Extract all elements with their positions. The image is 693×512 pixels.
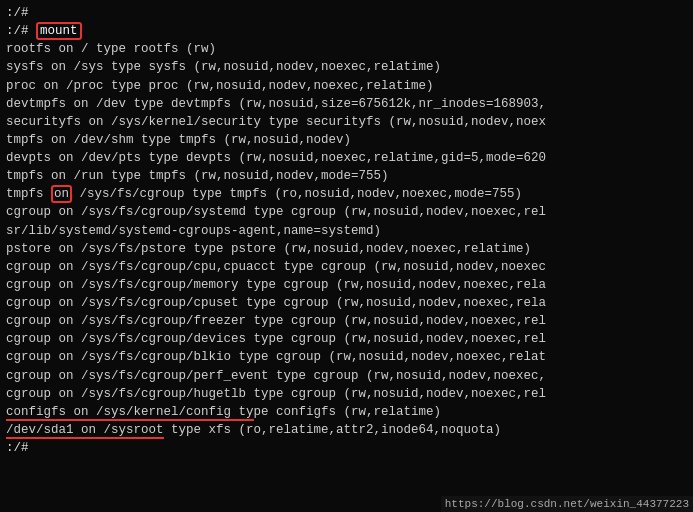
output-line-5: securityfs on /sys/kernel/security type … — [6, 113, 687, 131]
terminal-line-2: :/# mount — [6, 22, 687, 40]
output-line-14: cgroup on /sys/fs/cgroup/memory type cgr… — [6, 276, 687, 294]
output-line-4: devtmpfs on /dev type devtmpfs (rw,nosui… — [6, 95, 687, 113]
tmpfs-on-text: tmpfs — [6, 187, 51, 201]
output-line-15: cgroup on /sys/fs/cgroup/cpuset type cgr… — [6, 294, 687, 312]
output-line-17: cgroup on /sys/fs/cgroup/devices type cg… — [6, 330, 687, 348]
output-line-7: devpts on /dev/pts type devpts (rw,nosui… — [6, 149, 687, 167]
output-line-16: cgroup on /sys/fs/cgroup/freezer type cg… — [6, 312, 687, 330]
terminal-line-1: :/# — [6, 4, 687, 22]
on-highlight: on — [51, 185, 72, 203]
output-line-6: tmpfs on /dev/shm type tmpfs (rw,nosuid,… — [6, 131, 687, 149]
output-line-sda1: /dev/sda1 on /sysroot type xfs (ro,relat… — [6, 421, 687, 439]
prompt-2: :/# — [6, 24, 36, 38]
output-line-8: tmpfs on /run type tmpfs (rw,nosuid,node… — [6, 167, 687, 185]
configfs-underline: configfs on /sys/kernel/config ty — [6, 405, 254, 421]
output-line-configfs: configfs on /sys/kernel/config type conf… — [6, 403, 687, 421]
prompt-1: :/# — [6, 6, 29, 20]
url-bar: https://blog.csdn.net/weixin_44377223 — [441, 496, 693, 512]
output-line-13: cgroup on /sys/fs/cgroup/cpu,cpuacct typ… — [6, 258, 687, 276]
output-line-2: sysfs on /sys type sysfs (rw,nosuid,node… — [6, 58, 687, 76]
output-line-18: cgroup on /sys/fs/cgroup/blkio type cgro… — [6, 348, 687, 366]
terminal-window: :/# :/# mount rootfs on / type rootfs (r… — [0, 0, 693, 512]
output-line-19: cgroup on /sys/fs/cgroup/perf_event type… — [6, 367, 687, 385]
output-line-3: proc on /proc type proc (rw,nosuid,nodev… — [6, 77, 687, 95]
output-line-20: cgroup on /sys/fs/cgroup/hugetlb type cg… — [6, 385, 687, 403]
output-line-9: tmpfs on /sys/fs/cgroup type tmpfs (ro,n… — [6, 185, 687, 203]
terminal-line-final: :/# — [6, 439, 687, 457]
mount-command: mount — [36, 22, 82, 40]
prompt-final: :/# — [6, 441, 29, 455]
sda1-underline: /dev/sda1 on /sysroot — [6, 423, 164, 439]
output-line-11: sr/lib/systemd/systemd-cgroups-agent,nam… — [6, 222, 687, 240]
output-line-1: rootfs on / type rootfs (rw) — [6, 40, 687, 58]
output-line-12: pstore on /sys/fs/pstore type pstore (rw… — [6, 240, 687, 258]
output-line-10: cgroup on /sys/fs/cgroup/systemd type cg… — [6, 203, 687, 221]
